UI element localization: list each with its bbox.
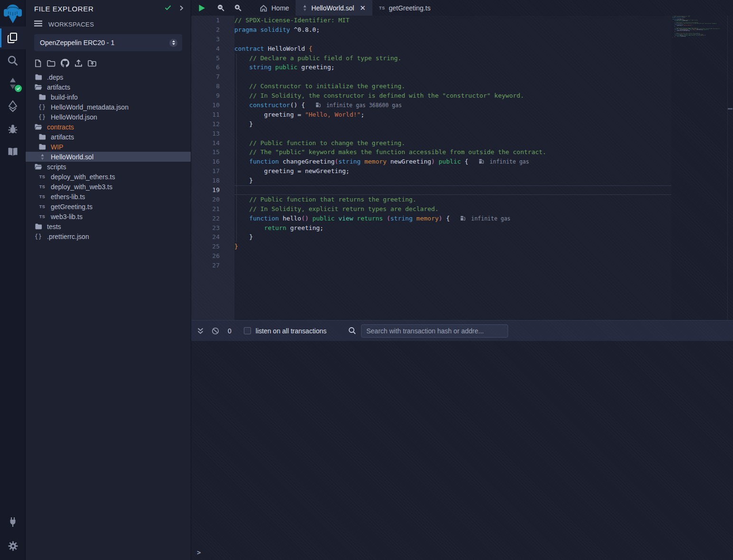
code-line-10: constructor() { infinite gas 368600 gas: [234, 101, 671, 110]
tree-item-HelloWorld.sol[interactable]: HelloWorld.sol: [26, 152, 191, 162]
remix-logo[interactable]: [0, 0, 26, 27]
code-line-26: [234, 251, 671, 261]
rail-item-file-explorer[interactable]: [0, 27, 26, 49]
deploy-run-icon: [7, 100, 19, 112]
run-script-button[interactable]: [191, 0, 212, 16]
line-number: 3: [191, 35, 234, 44]
tree-item-contracts[interactable]: contracts: [26, 122, 191, 132]
upload-file-icon[interactable]: [74, 59, 83, 67]
code-line-27: [234, 261, 671, 270]
terminal-output[interactable]: >: [191, 341, 733, 560]
tree-item-ethers-lib.ts[interactable]: TSethers-lib.ts: [26, 192, 191, 202]
line-number: 9: [191, 91, 234, 101]
tree-item-deploy_with_web3.ts[interactable]: TSdeploy_with_web3.ts: [26, 182, 191, 192]
code-line-17: greeting = newGreeting;: [234, 166, 671, 176]
editor-scrollbar[interactable]: [727, 16, 733, 320]
tree-item-label: WIP: [51, 143, 63, 151]
github-icon[interactable]: [61, 59, 69, 67]
tree-item-label: scripts: [47, 163, 66, 171]
tabs: HomeHelloWorld.sol✕TSgetGreeting.ts: [253, 0, 437, 16]
listen-transactions-checkbox[interactable]: [244, 327, 251, 334]
line-number: 21: [191, 204, 234, 214]
folder-icon: [34, 223, 43, 230]
compiled-check-badge: [15, 85, 22, 92]
new-folder-icon[interactable]: [47, 60, 56, 67]
tab-getGreeting.ts[interactable]: TSgetGreeting.ts: [372, 0, 437, 16]
listen-transactions-label: listen on all transactions: [256, 327, 326, 335]
tree-item-.prettierrc.json[interactable]: {}.prettierrc.json: [26, 231, 191, 241]
tree-item-label: web3-lib.ts: [51, 213, 83, 220]
tree-item-web3-lib.ts[interactable]: TSweb3-lib.ts: [26, 211, 191, 221]
workspaces-menu-icon[interactable]: [34, 20, 42, 28]
ts-icon: TS: [38, 174, 46, 179]
folder-open-icon: [34, 84, 43, 90]
line-number-gutter: 1234567891011121314151617181920212223242…: [191, 16, 234, 320]
tree-item-label: HelloWorld.sol: [51, 153, 93, 161]
rail-item-search[interactable]: [0, 49, 26, 72]
rail-item-deploy-run[interactable]: [0, 95, 26, 118]
line-number: 7: [191, 72, 234, 82]
upload-folder-icon[interactable]: [88, 60, 97, 67]
line-number: 15: [191, 147, 234, 157]
tree-item-artifacts[interactable]: artifacts: [26, 82, 191, 92]
tab-label: HelloWorld.sol: [311, 4, 354, 12]
code-line-20: // Public function that returns the gree…: [234, 195, 671, 204]
close-tab-icon[interactable]: ✕: [360, 4, 366, 12]
json-icon: {}: [38, 104, 46, 110]
tree-item-WIP[interactable]: WIP: [26, 142, 191, 152]
line-number: 22: [191, 214, 234, 223]
rail-item-solidity-compiler[interactable]: [0, 72, 26, 95]
workspaces-label: WORKSPACES: [48, 21, 94, 28]
line-number: 20: [191, 195, 234, 204]
tree-item-build-info[interactable]: build-info: [26, 92, 191, 102]
tree-item-label: contracts: [47, 123, 74, 131]
tab-Home[interactable]: Home: [253, 0, 296, 16]
workspace-select[interactable]: OpenZeppelin ERC20 - 1: [34, 34, 182, 51]
tree-item-deploy_with_ethers.ts[interactable]: TSdeploy_with_ethers.ts: [26, 172, 191, 182]
gas-estimate-annotation: infinite gas: [460, 215, 510, 222]
expand-terminal-icon[interactable]: [197, 328, 204, 334]
search-icon: [7, 55, 19, 66]
ts-icon: TS: [379, 6, 385, 10]
rail-item-plugin-manager[interactable]: [0, 512, 26, 534]
code-line-5: // Declare a public field of type string…: [234, 54, 671, 63]
tree-item-getGreeting.ts[interactable]: TSgetGreeting.ts: [26, 202, 191, 211]
tree-item-HelloWorld_metadata.json[interactable]: {}HelloWorld_metadata.json: [26, 102, 191, 112]
tree-item-.deps[interactable]: .deps: [26, 72, 191, 82]
line-number: 12: [191, 119, 234, 129]
file-explorer-icon: [7, 32, 19, 44]
terminal-search-input[interactable]: [361, 324, 508, 338]
folder-icon: [38, 94, 46, 100]
tree-item-tests[interactable]: tests: [26, 221, 191, 231]
line-number: 11: [191, 110, 234, 119]
code-editor[interactable]: 1234567891011121314151617181920212223242…: [191, 16, 733, 320]
tab-HelloWorld.sol[interactable]: HelloWorld.sol✕: [296, 0, 372, 16]
rail-item-learneth[interactable]: [0, 140, 26, 163]
rail-item-debugger[interactable]: [0, 118, 26, 140]
tree-item-label: artifacts: [51, 133, 74, 141]
tree-item-label: HelloWorld.json: [51, 113, 97, 121]
tree-item-HelloWorld.json[interactable]: {}HelloWorld.json: [26, 112, 191, 122]
zoom-in-button[interactable]: [229, 0, 246, 16]
tree-item-artifacts[interactable]: artifacts: [26, 132, 191, 142]
minimap[interactable]: // SPDX-License-Identifier: MITpragma so…: [672, 16, 712, 40]
minimap-line: [672, 39, 712, 40]
code-line-14: // Public function to change the greetin…: [234, 138, 671, 148]
code-line-16: function changeGreeting(string memory ne…: [234, 157, 671, 166]
solidity-icon: [38, 154, 46, 160]
line-number: 2: [191, 25, 234, 35]
tab-label: Home: [271, 4, 289, 12]
line-number: 5: [191, 54, 234, 63]
code-content: // SPDX-License-Identifier: MITpragma so…: [234, 16, 671, 320]
line-number: 24: [191, 232, 234, 242]
ts-icon: TS: [38, 194, 46, 199]
collapse-panel-chevron-icon[interactable]: [178, 4, 184, 13]
tree-item-label: HelloWorld_metadata.json: [51, 103, 129, 111]
clear-console-icon[interactable]: [212, 327, 219, 335]
rail-item-settings[interactable]: [0, 534, 26, 557]
tree-item-scripts[interactable]: scripts: [26, 162, 191, 172]
zoom-out-button[interactable]: [212, 0, 229, 16]
folder-icon: [38, 134, 46, 140]
new-file-icon[interactable]: [34, 59, 42, 67]
code-line-2: pragma solidity ^0.8.0;: [234, 25, 671, 35]
